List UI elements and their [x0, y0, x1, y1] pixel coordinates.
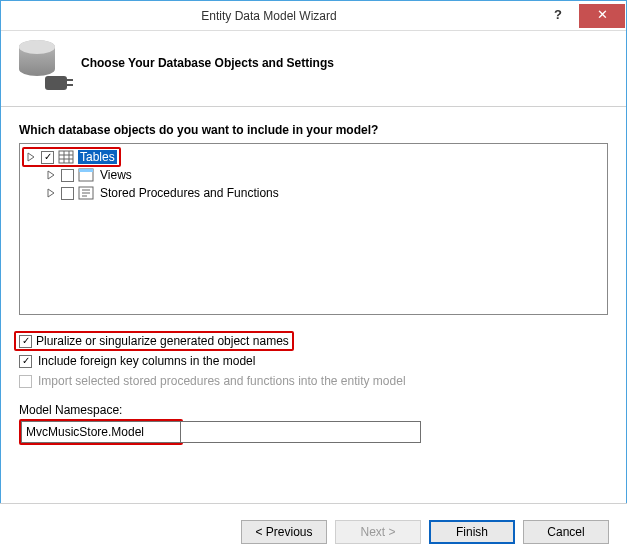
- expand-icon[interactable]: [26, 152, 37, 163]
- objects-tree[interactable]: Tables Views Stored Procedures and Funct…: [19, 143, 608, 315]
- prompt-label: Which database objects do you want to in…: [19, 123, 608, 137]
- window-title: Entity Data Model Wizard: [1, 9, 537, 23]
- wizard-header: Choose Your Database Objects and Setting…: [1, 31, 626, 107]
- fk-checkbox[interactable]: [19, 355, 32, 368]
- views-icon: [78, 168, 94, 182]
- tree-item-sprocs[interactable]: Stored Procedures and Functions: [26, 184, 601, 202]
- close-button[interactable]: ✕: [579, 4, 625, 28]
- previous-button[interactable]: < Previous: [241, 520, 327, 544]
- svg-rect-6: [79, 169, 93, 172]
- namespace-input-extend[interactable]: [181, 421, 421, 443]
- next-button: Next >: [335, 520, 421, 544]
- expand-icon[interactable]: [46, 188, 57, 199]
- tree-item-views[interactable]: Views: [26, 166, 601, 184]
- options-group: Pluralize or singularize generated objec…: [19, 331, 608, 391]
- namespace-input[interactable]: [21, 421, 181, 443]
- pluralize-label: Pluralize or singularize generated objec…: [36, 334, 289, 348]
- svg-rect-0: [59, 151, 73, 163]
- fk-label: Include foreign key columns in the model: [38, 354, 255, 368]
- wizard-content: Which database objects do you want to in…: [1, 107, 626, 445]
- tables-checkbox[interactable]: [41, 151, 54, 164]
- views-checkbox[interactable]: [61, 169, 74, 182]
- sprocs-label[interactable]: Stored Procedures and Functions: [98, 186, 281, 200]
- tables-icon: [58, 150, 74, 164]
- views-label[interactable]: Views: [98, 168, 134, 182]
- help-button[interactable]: ?: [537, 4, 579, 28]
- wizard-step-title: Choose Your Database Objects and Setting…: [81, 56, 334, 70]
- sprocs-icon: [78, 186, 94, 200]
- namespace-label: Model Namespace:: [19, 403, 608, 417]
- pluralize-checkbox[interactable]: [19, 335, 32, 348]
- option-import-sprocs: Import selected stored procedures and fu…: [19, 371, 608, 391]
- titlebar: Entity Data Model Wizard ? ✕: [1, 1, 626, 31]
- cancel-button[interactable]: Cancel: [523, 520, 609, 544]
- finish-button[interactable]: Finish: [429, 520, 515, 544]
- option-fk[interactable]: Include foreign key columns in the model: [19, 351, 608, 371]
- tables-label[interactable]: Tables: [78, 150, 117, 164]
- tree-item-tables[interactable]: Tables: [26, 148, 601, 166]
- database-icon: [19, 40, 67, 92]
- expand-icon[interactable]: [46, 170, 57, 181]
- sprocs-checkbox[interactable]: [61, 187, 74, 200]
- import-sprocs-label: Import selected stored procedures and fu…: [38, 374, 406, 388]
- option-pluralize[interactable]: Pluralize or singularize generated objec…: [19, 331, 608, 351]
- wizard-buttons: < Previous Next > Finish Cancel: [0, 503, 627, 559]
- import-sprocs-checkbox: [19, 375, 32, 388]
